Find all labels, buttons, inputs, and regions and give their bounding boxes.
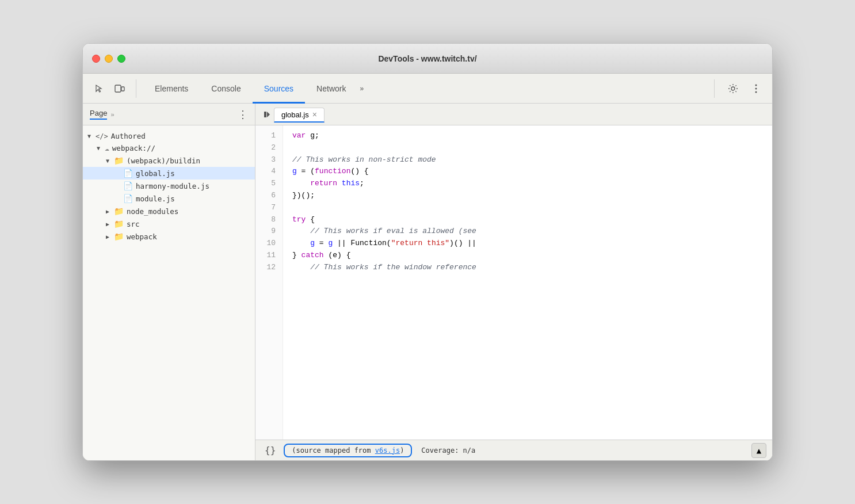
close-button[interactable] [92, 55, 100, 63]
toolbar-right [709, 79, 765, 98]
more-options-icon[interactable] [747, 79, 765, 98]
tab-elements[interactable]: Elements [143, 74, 200, 104]
more-tabs-button[interactable]: » [357, 82, 366, 95]
tree-item-webpack-root[interactable]: ▶ 📁 webpack [83, 230, 255, 243]
sidebar-page-tab[interactable]: Page [90, 109, 107, 120]
folder-closed-icon-node: 📁 [114, 207, 124, 216]
tree-chevron-authored: ▼ [87, 133, 96, 139]
code-line-2 [292, 142, 763, 154]
editor-tab-label: global.js [281, 110, 309, 119]
editor-tab-close-button[interactable]: × [312, 110, 317, 119]
upload-icon: ▲ [757, 446, 761, 455]
toolbar-divider [136, 79, 136, 98]
editor-area: global.js × 1 2 3 4 5 6 7 8 9 10 11 [255, 104, 772, 460]
code-line-4: g = (function() { [292, 166, 763, 178]
code-line-9: // This works if eval is allowed (see [292, 226, 763, 238]
pretty-print-button[interactable]: {} [261, 444, 279, 457]
window-title: DevTools - www.twitch.tv/ [378, 54, 476, 63]
sidebar-menu-button[interactable]: ⋮ [238, 108, 248, 121]
source-mapped-close: ) [400, 446, 404, 455]
svg-marker-7 [267, 112, 270, 117]
tree-item-harmony[interactable]: 📄 harmony-module.js [83, 180, 255, 192]
minimize-button[interactable] [105, 55, 113, 63]
settings-icon[interactable] [724, 79, 742, 98]
coverage-label: Coverage: n/a [421, 446, 475, 455]
main-content: Page » ⋮ ▼ </> Authored ▼ ☁ [83, 104, 772, 460]
tree-item-buildin[interactable]: ▼ 📁 (webpack)/buildin [83, 154, 255, 167]
tab-console[interactable]: Console [200, 74, 252, 104]
tree-chevron-global [115, 170, 123, 177]
tab-sources[interactable]: Sources [253, 74, 305, 104]
tree-item-node-modules[interactable]: ▶ 📁 node_modules [83, 205, 255, 217]
toolbar-tabs: Elements Console Sources Network » [143, 74, 707, 104]
right-divider [714, 79, 715, 98]
tree-chevron-module [115, 196, 123, 202]
file-icon-module: 📄 [123, 194, 133, 203]
tree-chevron-webpack-root: ▶ [106, 234, 114, 240]
svg-point-4 [755, 87, 757, 89]
tree-item-authored[interactable]: ▼ </> Authored [83, 130, 255, 142]
tree-item-webpack[interactable]: ▼ ☁ webpack:// [83, 142, 255, 154]
code-line-1: var g; [292, 130, 763, 142]
cursor-icon[interactable] [90, 79, 108, 98]
svg-point-5 [755, 91, 757, 93]
svg-point-3 [755, 84, 757, 86]
tree-item-src[interactable]: ▶ 📁 src [83, 217, 255, 230]
editor-statusbar: {} (source mapped from v6s.js) Coverage:… [255, 440, 772, 460]
source-mapped-text: (source mapped from [292, 446, 375, 455]
tree-chevron-node-modules: ▶ [106, 208, 114, 215]
file-tree: ▼ </> Authored ▼ ☁ webpack:// [83, 125, 255, 460]
code-line-11: } catch (e) { [292, 250, 763, 262]
tree-chevron-webpack: ▼ [97, 145, 105, 151]
code-brackets-icon: </> [96, 132, 108, 140]
code-line-10: g = g || Function("return this")() || [292, 238, 763, 250]
editor-tab-global-js[interactable]: global.js × [274, 108, 325, 123]
sidebar-more-tabs[interactable]: » [110, 111, 114, 118]
source-mapped-badge[interactable]: (source mapped from v6s.js) [284, 444, 412, 457]
tree-chevron-src: ▶ [106, 221, 114, 227]
code-content[interactable]: var g; // This works in non-strict mode … [283, 125, 772, 440]
svg-point-2 [731, 87, 735, 90]
editor-tabs-bar: global.js × [255, 104, 772, 125]
maximize-button[interactable] [117, 55, 125, 63]
source-mapped-link[interactable]: v6s.js [375, 446, 400, 455]
folder-closed-icon-src: 📁 [114, 219, 124, 228]
file-icon-harmony: 📄 [123, 181, 133, 190]
line-numbers: 1 2 3 4 5 6 7 8 9 10 11 12 [255, 125, 283, 440]
code-line-3: // This works in non-strict mode [292, 154, 763, 166]
upload-button[interactable]: ▲ [751, 443, 766, 458]
tree-item-global-js[interactable]: 📄 global.js [83, 167, 255, 180]
svg-rect-0 [115, 85, 121, 92]
svg-rect-1 [121, 87, 124, 91]
code-editor[interactable]: 1 2 3 4 5 6 7 8 9 10 11 12 var g; // Thi… [255, 125, 772, 440]
devtools-window: DevTools - www.twitch.tv/ Elements Conso… [82, 43, 773, 461]
code-line-6: })(); [292, 190, 763, 202]
sidebar-header: Page » ⋮ [83, 104, 255, 125]
svg-rect-6 [264, 112, 266, 117]
tree-item-module[interactable]: 📄 module.js [83, 192, 255, 205]
code-line-12: // This works if the window reference [292, 262, 763, 274]
file-icon-global: 📄 [123, 169, 133, 178]
code-line-7 [292, 202, 763, 214]
folder-closed-icon-webpack: 📁 [114, 232, 124, 241]
file-tree-sidebar: Page » ⋮ ▼ </> Authored ▼ ☁ [83, 104, 255, 460]
devtools-toolbar: Elements Console Sources Network » [83, 74, 772, 104]
folder-open-icon: 📁 [114, 156, 124, 165]
traffic-lights [92, 55, 125, 63]
titlebar: DevTools - www.twitch.tv/ [83, 44, 772, 74]
code-line-8: try { [292, 214, 763, 226]
code-line-5: return this; [292, 178, 763, 190]
tree-chevron-harmony [115, 183, 123, 189]
tree-chevron-buildin: ▼ [106, 158, 114, 164]
editor-tab-scroll-left[interactable] [260, 108, 274, 121]
tab-network[interactable]: Network [305, 74, 357, 104]
device-toggle-icon[interactable] [110, 79, 129, 98]
cloud-icon: ☁ [105, 144, 109, 152]
